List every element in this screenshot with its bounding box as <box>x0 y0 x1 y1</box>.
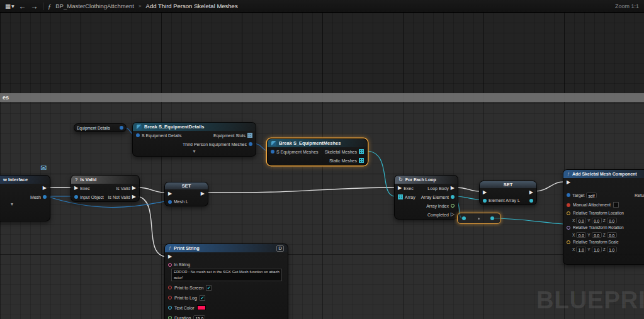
exec-in-pin[interactable]: ▶ <box>168 254 172 259</box>
pin-label: Manual Attachment <box>573 203 611 207</box>
exec-out-pin[interactable]: ▶ <box>201 191 205 196</box>
node-title: Break S_EquipmentDetails <box>144 124 204 130</box>
exec-out-pin[interactable]: ▶ <box>529 190 533 195</box>
axis-label: Y <box>587 218 590 223</box>
node-title: Print String <box>174 245 200 251</box>
exec-in-pin[interactable]: ▶ <box>483 190 487 195</box>
object-in-pin[interactable] <box>74 195 78 199</box>
node-for-each-loop[interactable]: ↻ For Each Loop ▶Exec Loop Body▶ Array A… <box>394 175 458 220</box>
node-break-equipment-details[interactable]: Break S_EquipmentDetails S Equipment Det… <box>132 122 256 157</box>
reroute-knot-icon[interactable] <box>478 218 480 220</box>
element-in-pin[interactable] <box>483 199 487 203</box>
exec-out-pin[interactable]: ▶ <box>132 194 136 199</box>
target-in-pin[interactable] <box>567 193 570 197</box>
node-add-skeletal-mesh-component[interactable]: ƒ Add Skeletal Mesh Component ▶ Targetse… <box>563 169 644 265</box>
struct-out-pin[interactable] <box>120 126 123 130</box>
pin-row: Completed▷ <box>395 210 458 219</box>
target-input[interactable]: self <box>586 193 596 198</box>
pin-label: Mesh L <box>174 199 188 204</box>
location-y-input[interactable]: 0.0 <box>592 218 602 223</box>
graph-actions-button[interactable]: ▦▾ <box>5 3 14 9</box>
node-get-equipment-details[interactable]: Equipment Details <box>74 123 127 132</box>
struct-out-pin[interactable] <box>249 142 252 146</box>
expand-chevron-icon[interactable]: ▾ <box>133 148 256 156</box>
scale-z-input[interactable]: 1.0 <box>607 247 617 252</box>
exec-in-pin[interactable]: ▶ <box>398 186 402 191</box>
vector-in-pin[interactable] <box>567 211 570 215</box>
array-out-pin[interactable] <box>247 133 252 138</box>
node-interface-call[interactable]: w Interface ▶ Mesh ▾ <box>0 175 50 221</box>
axis-label: Z <box>603 247 606 252</box>
rotation-x-input[interactable]: 0.0 <box>576 232 586 238</box>
rotation-y-input[interactable]: 0.0 <box>592 232 602 238</box>
scale-y-input[interactable]: 1.0 <box>592 247 602 252</box>
node-is-valid[interactable]: ? Is Valid ▶Exec Is Valid▶ Input Object … <box>71 175 140 202</box>
int-out-pin[interactable] <box>451 204 455 208</box>
exec-out-pin[interactable]: ▶ <box>43 186 47 191</box>
toolbar-separator <box>43 3 43 10</box>
pin-label: Relative Transform Location <box>573 211 624 215</box>
node-print-string[interactable]: ƒ Print String D ▶ In String ERROR : No … <box>164 243 288 319</box>
exec-in-pin[interactable]: ▶ <box>74 186 78 191</box>
object-in-pin[interactable] <box>168 200 172 204</box>
scale-x-input[interactable]: 1.0 <box>576 247 586 252</box>
comment-title[interactable]: es <box>0 93 644 102</box>
caret-down-icon: ▾ <box>11 3 14 9</box>
question-icon: ? <box>75 177 77 182</box>
struct-in-pin[interactable] <box>271 150 274 154</box>
node-title: For Each Loop <box>405 177 436 182</box>
exec-out-pin[interactable]: ▶ <box>451 186 455 191</box>
node-header: ↻ For Each Loop <box>395 176 458 184</box>
blueprint-watermark: BLUEPRINT <box>536 287 644 314</box>
loop-icon: ↻ <box>398 177 403 182</box>
array-out-pin[interactable] <box>359 149 364 154</box>
array-in-pin[interactable] <box>398 194 403 199</box>
exec-in-pin[interactable]: ▶ <box>168 191 172 196</box>
exec-in-pin[interactable]: ▶ <box>567 180 570 185</box>
array-out-pin[interactable] <box>359 158 364 163</box>
in-string-input[interactable]: ERROR : No mesh set in the SGK Get Mesh … <box>171 269 282 281</box>
print-to-screen-checkbox[interactable]: ✔ <box>206 285 212 291</box>
bool-in-pin[interactable] <box>168 296 172 299</box>
bool-in-pin[interactable] <box>168 286 172 289</box>
back-button[interactable]: ← <box>19 2 26 11</box>
rotation-z-input[interactable]: 0.0 <box>607 232 617 238</box>
reroute-out-pin[interactable] <box>490 216 494 220</box>
location-z-input[interactable]: 0.0 <box>607 218 617 223</box>
color-in-pin[interactable] <box>168 306 172 310</box>
exec-out-pin[interactable]: ▶ <box>132 186 136 191</box>
struct-in-pin[interactable] <box>136 133 140 137</box>
node-header: SET <box>165 182 208 189</box>
print-to-log-checkbox[interactable]: ✔ <box>200 295 205 301</box>
pin-row: ▶ ▶ <box>480 188 536 196</box>
vector-in-pin[interactable] <box>567 240 570 244</box>
manual-attachment-checkbox[interactable] <box>613 202 619 208</box>
axis-label: Z <box>603 218 606 223</box>
duration-input[interactable]: 15.0 <box>193 315 205 319</box>
node-break-equipment-meshes[interactable]: Break S_EquipmentMeshes S Equipment Mesh… <box>267 138 368 165</box>
pin-row: Input Object Is Not Valid▶ <box>71 193 139 201</box>
pin-label: Print to Log <box>174 296 197 300</box>
reroute-in-pin[interactable] <box>462 216 466 220</box>
breadcrumb-blueprint[interactable]: BP_MasterClothingAttchment <box>55 3 134 9</box>
bool-in-pin[interactable] <box>567 203 570 207</box>
expand-chevron-icon[interactable]: ▾ <box>0 201 50 209</box>
text-color-swatch[interactable] <box>197 305 206 310</box>
node-set-element-array[interactable]: SET ▶ ▶ Element Array L <box>479 181 537 205</box>
pin-row: Relative Transform Scale <box>563 238 644 245</box>
location-x-input[interactable]: 0.0 <box>576 218 586 223</box>
pin-label: Duration <box>174 316 191 319</box>
zoom-level: Zoom 1:1 <box>615 3 639 9</box>
string-in-pin[interactable] <box>168 263 172 267</box>
exec-out-pin[interactable]: ▷ <box>451 212 455 217</box>
element-out-pin[interactable] <box>451 195 455 199</box>
forward-button[interactable]: → <box>31 2 38 11</box>
breadcrumb-graph[interactable]: Add Third Person Skeletal Meshes <box>146 3 238 9</box>
float-in-pin[interactable] <box>168 316 172 319</box>
graph-canvas[interactable]: es BLUEPRINT Equipment Details <box>0 13 644 319</box>
rotator-in-pin[interactable] <box>567 226 570 230</box>
node-set-mesh[interactable]: SET ▶ ▶ Mesh L <box>164 182 208 206</box>
reroute-node[interactable] <box>457 213 501 224</box>
element-out-pin[interactable] <box>529 199 533 203</box>
object-out-pin[interactable] <box>43 195 47 199</box>
